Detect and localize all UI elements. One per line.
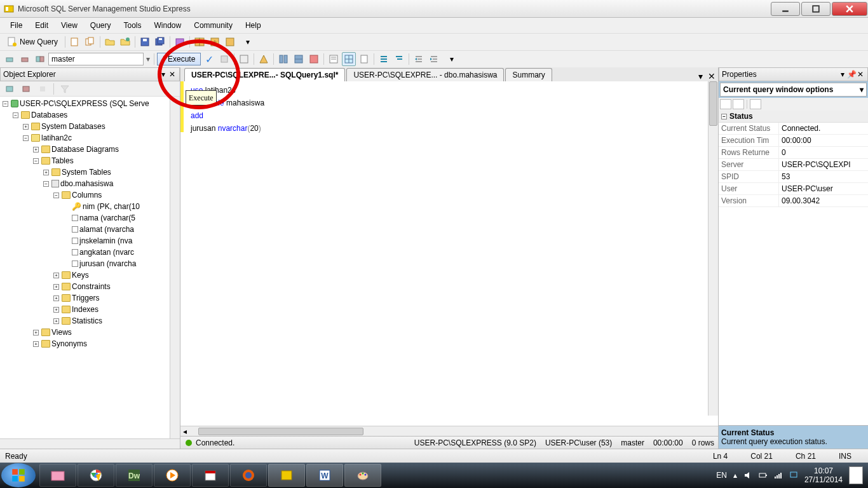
- props-categorized-icon[interactable]: [720, 99, 731, 109]
- task-paint[interactable]: [344, 464, 381, 487]
- cancel-exec-icon[interactable]: [217, 52, 231, 66]
- menu-community[interactable]: Community: [189, 19, 238, 32]
- tree-synonyms[interactable]: Synonyms: [51, 338, 87, 349]
- database-combo[interactable]: [48, 53, 144, 65]
- task-explorer[interactable]: [39, 464, 76, 487]
- tab-dropdown-icon[interactable]: ▾: [696, 71, 705, 81]
- tb2-icon-4[interactable]: [292, 52, 306, 66]
- tray-user-icon[interactable]: [849, 466, 863, 484]
- tb-icon-3[interactable]: [118, 35, 132, 49]
- tab-dbo-mahasiswa[interactable]: USER-PC\SQLEXPRE... - dbo.mahasiswa: [346, 68, 504, 81]
- tb2-icon-1[interactable]: [237, 52, 251, 66]
- results-grid-icon[interactable]: [342, 52, 356, 66]
- tb2-icon-2[interactable]: [257, 52, 271, 66]
- props-close-icon[interactable]: ✕: [856, 70, 865, 79]
- menu-window[interactable]: Window: [149, 19, 187, 32]
- tree-columns[interactable]: Columns: [72, 189, 102, 201]
- tree-sysdb[interactable]: System Databases: [41, 121, 105, 132]
- save-icon[interactable]: [138, 35, 152, 49]
- tree-server[interactable]: USER-PC\SQLEXPRESS (SQL Serve: [20, 98, 149, 109]
- combo-dropdown-icon[interactable]: ▾: [145, 55, 151, 64]
- props-dropdown-icon[interactable]: ▾: [838, 70, 847, 79]
- tree-tables[interactable]: Tables: [51, 155, 74, 166]
- editor-hscrollbar[interactable]: ◂: [180, 426, 718, 436]
- props-row[interactable]: ServerUSER-PC\SQLEXPI: [719, 159, 868, 171]
- menu-edit[interactable]: Edit: [30, 19, 53, 32]
- menu-file[interactable]: File: [5, 19, 27, 32]
- tb-icon-1[interactable]: [68, 35, 82, 49]
- minimize-button[interactable]: [771, 2, 800, 16]
- tray-chevron-icon[interactable]: ▴: [733, 471, 737, 480]
- tb-icon-5[interactable]: [193, 35, 207, 49]
- task-ssms[interactable]: [268, 464, 305, 487]
- toolbar2-dropdown-icon[interactable]: ▾: [449, 52, 455, 66]
- change-conn-icon[interactable]: [33, 52, 47, 66]
- tree-keys[interactable]: Keys: [72, 269, 89, 281]
- maximize-button[interactable]: [801, 2, 831, 16]
- tray-lang[interactable]: EN: [716, 471, 727, 480]
- tree-col-jnskelamin[interactable]: jnskelamin (nva: [79, 235, 132, 247]
- props-row[interactable]: Version09.00.3042: [719, 195, 868, 207]
- menu-tools[interactable]: Tools: [119, 19, 147, 32]
- sql-editor[interactable]: use latihan2c alter table mahasiswa add …: [180, 81, 718, 426]
- toolbar-dropdown-icon[interactable]: ▾: [245, 35, 251, 49]
- tree-indexes[interactable]: Indexes: [72, 304, 98, 315]
- comment-icon[interactable]: [377, 52, 391, 66]
- editor-vscrollbar[interactable]: [708, 81, 718, 416]
- tree-col-angkatan[interactable]: angkatan (nvarc: [79, 247, 134, 258]
- props-row[interactable]: SPID53: [719, 171, 868, 183]
- parse-check-icon[interactable]: ✓: [202, 52, 216, 66]
- tree-col-nim[interactable]: nim (PK, char(10: [83, 201, 140, 212]
- outdent-icon[interactable]: [427, 52, 441, 66]
- network-icon[interactable]: [774, 471, 783, 480]
- panel-close-icon[interactable]: ✕: [168, 70, 177, 79]
- oe-disconnect-icon[interactable]: [19, 82, 33, 96]
- tree-scrollbar[interactable]: [170, 97, 180, 438]
- tree-triggers[interactable]: Triggers: [72, 292, 100, 304]
- new-query-button[interactable]: New Query: [3, 35, 62, 49]
- pin-icon[interactable]: ▾: [159, 70, 168, 79]
- action-center-icon[interactable]: [789, 471, 798, 480]
- props-pages-icon[interactable]: [750, 99, 761, 109]
- menu-view[interactable]: View: [56, 19, 83, 32]
- tb2-icon-3[interactable]: [276, 52, 290, 66]
- tree-diagrams[interactable]: Database Diagrams: [51, 144, 119, 155]
- expand-icon[interactable]: −: [3, 101, 8, 107]
- task-calendar[interactable]: [192, 464, 229, 487]
- tb-icon-4[interactable]: [173, 35, 187, 49]
- menu-query[interactable]: Query: [85, 19, 116, 32]
- tab-sqlquery1[interactable]: USER-PC\SQLEXPRE...- SQLQuery1.sql*: [184, 68, 345, 81]
- tree-systables[interactable]: System Tables: [62, 166, 111, 178]
- tree-latihan2c[interactable]: latihan2c: [41, 132, 72, 144]
- tb2-icon-5[interactable]: [307, 52, 321, 66]
- tree-statistics[interactable]: Statistics: [72, 315, 102, 327]
- tree-col-alamat[interactable]: alamat (nvarcha: [79, 224, 134, 235]
- menu-help[interactable]: Help: [240, 19, 266, 32]
- tree-col-nama[interactable]: nama (varchar(5: [79, 212, 135, 224]
- oe-connect-icon[interactable]: [3, 82, 17, 96]
- props-row[interactable]: Rows Returne0: [719, 147, 868, 159]
- properties-combo[interactable]: Current query window options▾: [720, 83, 867, 97]
- close-button[interactable]: [832, 2, 867, 16]
- object-explorer-tree[interactable]: − USER-PC\SQLEXPRESS (SQL Serve − Databa…: [0, 97, 180, 438]
- open-icon[interactable]: [103, 35, 117, 49]
- task-mediaplayer[interactable]: [154, 464, 191, 487]
- tab-summary[interactable]: Summary: [505, 68, 552, 81]
- battery-icon[interactable]: [759, 471, 768, 480]
- execute-button[interactable]: !Execute: [157, 53, 201, 65]
- results-file-icon[interactable]: [357, 52, 371, 66]
- tree-constraints[interactable]: Constraints: [72, 281, 111, 292]
- tb-icon-6[interactable]: [208, 35, 222, 49]
- tray-clock[interactable]: 10:0727/11/2014: [804, 466, 843, 484]
- tree-databases[interactable]: Databases: [31, 109, 67, 121]
- tree-dbo-mahasiswa[interactable]: dbo.mahasiswa: [60, 178, 113, 189]
- props-row[interactable]: Current StatusConnected.: [719, 123, 868, 135]
- oe-stop-icon[interactable]: [36, 82, 50, 96]
- props-row[interactable]: UserUSER-PC\user: [719, 183, 868, 195]
- uncomment-icon[interactable]: [392, 52, 406, 66]
- props-row[interactable]: Execution Tim00:00:00: [719, 135, 868, 147]
- task-word[interactable]: W: [306, 464, 343, 487]
- tb-icon-2[interactable]: [83, 35, 97, 49]
- tab-close-icon[interactable]: ✕: [705, 71, 718, 81]
- props-alpha-icon[interactable]: [733, 99, 744, 109]
